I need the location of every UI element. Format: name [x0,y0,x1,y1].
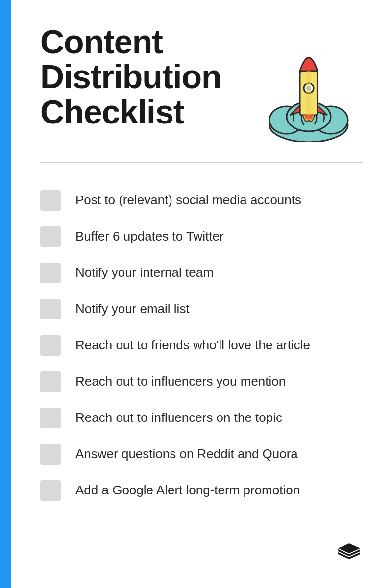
checklist-item-2: Buffer 6 updates to Twitter [40,219,363,255]
checklist-item-3: Notify your internal team [40,255,363,291]
checkbox-9[interactable] [40,480,61,501]
checkbox-3[interactable] [40,263,61,283]
checklist-item-1: Post to (relevant) social media accounts [40,182,363,219]
checklist-item-8: Answer questions on Reddit and Quora [40,436,363,472]
checkbox-6[interactable] [40,371,61,392]
checklist-item-4: Notify your email list [40,291,363,327]
checklist: Post to (relevant) social media accounts… [40,182,363,509]
checklist-item-6: Reach out to influencers you mention [40,364,363,400]
checklist-label-6: Reach out to influencers you mention [75,373,286,390]
title-line-1: Content [40,23,163,60]
header-section: Content Distribution Checklist [40,24,363,147]
section-divider [40,162,363,163]
checklist-label-3: Notify your internal team [75,265,214,281]
checkbox-1[interactable] [40,190,61,211]
title-line-3: Checklist [40,93,184,130]
checklist-label-5: Reach out to friends who'll love the art… [75,337,310,354]
rocket-icon [260,34,358,142]
checklist-item-5: Reach out to friends who'll love the art… [40,327,363,364]
title-block: Content Distribution Checklist [40,24,255,129]
rocket-illustration [255,29,363,147]
checklist-item-9: Add a Google Alert long-term promotion [40,472,363,509]
checklist-label-4: Notify your email list [75,301,190,318]
checkbox-7[interactable] [40,408,61,428]
checklist-label-9: Add a Google Alert long-term promotion [75,482,300,499]
checklist-label-8: Answer questions on Reddit and Quora [75,446,298,463]
checklist-item-7: Reach out to influencers on the topic [40,400,363,436]
main-content: Content Distribution Checklist [11,0,392,588]
accent-sidebar [0,0,11,588]
checklist-label-7: Reach out to influencers on the topic [75,410,282,426]
checkbox-5[interactable] [40,335,61,356]
checkbox-2[interactable] [40,226,61,247]
checkbox-4[interactable] [40,299,61,319]
checkbox-8[interactable] [40,444,61,465]
title-line-2: Distribution [40,58,221,95]
checklist-label-2: Buffer 6 updates to Twitter [75,228,224,245]
checklist-label-1: Post to (relevant) social media accounts [75,192,301,209]
buffer-logo [336,539,363,568]
svg-rect-7 [306,71,311,115]
page-title: Content Distribution Checklist [40,24,255,129]
